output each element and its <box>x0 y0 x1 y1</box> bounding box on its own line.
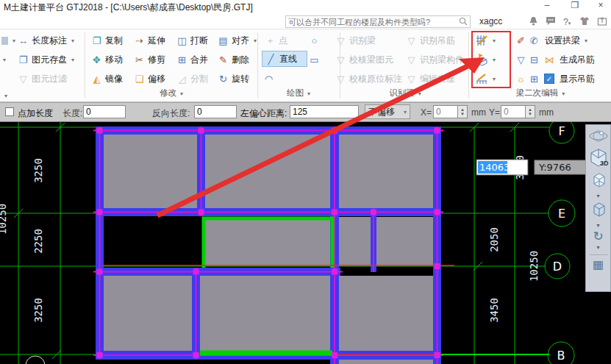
show-hanger-rebar-label[interactable]: 显示吊筋 <box>560 71 595 87</box>
funnel-orange-icon[interactable]: ▽ <box>515 51 526 68</box>
element-filter-icon: ▽ <box>18 74 29 85</box>
point-tool-button[interactable]: +点 <box>265 32 287 49</box>
modify-group-label[interactable]: 修改 ▾ <box>87 88 256 99</box>
element-save-icon: ❐ <box>18 54 29 65</box>
rotate-view-icon[interactable]: ↻ <box>588 230 609 243</box>
merge-button[interactable]: ⊞合并 <box>176 51 208 68</box>
username-label[interactable]: xagcc <box>479 16 502 26</box>
rotate-button[interactable]: ↻旋转 <box>218 71 249 87</box>
drawing-manager-icon[interactable]: ▦ <box>588 259 609 271</box>
clipped-tool-2[interactable]: ▾ <box>1 51 6 68</box>
ribbon-separator <box>257 32 258 99</box>
shirt-icon[interactable] <box>578 16 591 28</box>
box-lines-icon[interactable]: ⊟ <box>529 51 540 68</box>
chevron-down-icon[interactable]: ▾ <box>596 222 599 229</box>
circle-icon: ○ <box>309 35 320 46</box>
close-button[interactable]: × <box>591 0 610 12</box>
x-offset-input[interactable] <box>433 105 458 118</box>
minimize-button[interactable]: – <box>537 0 557 12</box>
chevron-down-icon[interactable]: ▾ <box>596 244 599 251</box>
copy-button[interactable]: ❐复制 <box>91 32 123 49</box>
move-button[interactable]: ✥移动 <box>91 51 123 68</box>
axis-label-d: D <box>553 260 562 274</box>
help-icon[interactable]: ?▾ <box>560 16 574 28</box>
lamp-icon[interactable]: ☼ <box>515 71 526 87</box>
search-input[interactable] <box>286 18 459 26</box>
arch-beam-icon[interactable]: ✆ <box>529 32 540 49</box>
beam-edit-group-label[interactable]: 梁二次编辑 ▾ <box>471 88 610 99</box>
dim-left-3: 3250 <box>32 298 44 323</box>
delete-icon: ✎ <box>218 54 229 65</box>
search-box[interactable] <box>285 15 471 28</box>
trim-button[interactable]: ✂修剪 <box>134 51 165 68</box>
arc-icon: ◠ <box>263 74 274 85</box>
search-icon <box>459 15 468 29</box>
bowtie-icon[interactable]: ⋈ <box>544 51 555 68</box>
svg-text:3D: 3D <box>600 160 609 167</box>
break-button[interactable]: ◫打断 <box>176 32 208 49</box>
wireframe-cube-icon[interactable] <box>588 171 609 191</box>
drawing-canvas[interactable]: F E D B 3250 2250 3250 10250 3250 2050 3… <box>0 122 611 364</box>
identify-beam-component-button[interactable]: ▽识别梁构件 <box>406 51 464 68</box>
notification-bell-icon[interactable] <box>526 16 540 28</box>
coordinate-y-value: Y:9766 <box>538 162 571 173</box>
dim-left-2: 2250 <box>32 229 44 254</box>
length-dimension-button[interactable]: ↔ 长度标注▾ <box>18 32 74 49</box>
line-tool-button[interactable]: ╱直线 <box>262 51 307 67</box>
dim-left-1: 3250 <box>32 158 44 183</box>
reverse-length-label: 反向长度: <box>152 107 190 120</box>
element-save-button[interactable]: ❐ 图元存盘▾ <box>18 51 74 68</box>
set-arch-beam-button[interactable]: 设置拱梁▾ <box>545 32 587 49</box>
x-spinner[interactable]: ▲▼ <box>458 105 468 118</box>
check-insitu-icon: ▽ <box>335 74 346 85</box>
offset-button[interactable]: ❏偏移 <box>134 71 165 87</box>
clipped-group-caret[interactable]: ▾ <box>4 88 7 104</box>
left-offset-input[interactable] <box>290 105 359 118</box>
identify-group-label[interactable]: 识别梁 ▾ <box>343 88 468 99</box>
rotate-icon: ↻ <box>218 74 229 85</box>
message-bubble-icon[interactable] <box>544 16 557 28</box>
delete-button[interactable]: ✎删除 <box>218 51 249 68</box>
view-3d-icon[interactable]: 3D <box>588 148 609 170</box>
axis-label-f: F <box>558 124 565 138</box>
element-filter-button[interactable]: ▽ 图元过滤 <box>18 71 67 87</box>
reverse-length-input[interactable] <box>194 105 237 118</box>
rectangle-icon: ▭ <box>309 54 320 65</box>
length-input[interactable] <box>83 105 126 118</box>
y-offset-input[interactable] <box>501 105 526 118</box>
dim-right-3: 3450 <box>488 298 500 323</box>
circle-tool-button[interactable]: ○ <box>309 32 320 49</box>
y-spinner[interactable]: ▲▼ <box>526 105 535 118</box>
axis-label-e: E <box>558 207 565 221</box>
check-beam-element-button[interactable]: ▽校核梁图元 <box>335 51 393 68</box>
extend-button[interactable]: ⇢延伸 <box>134 32 165 49</box>
grid-box-icon[interactable]: ⊞ <box>529 71 540 87</box>
y-unit-label: mm <box>539 107 554 118</box>
left-offset-label: 左偏心距离: <box>240 107 287 120</box>
window-title: M土建计量平台 GTJ2018 - [C:\Users\郝成喜\Desktop\… <box>4 1 253 14</box>
solid-cube-icon[interactable] <box>588 201 609 221</box>
upload-box-icon[interactable] <box>596 16 609 28</box>
brush-icon[interactable]: ✐ <box>515 32 526 49</box>
clipped-tool-1[interactable]: ▾ <box>1 32 15 49</box>
ribbon-separator <box>468 32 469 99</box>
chevron-down-icon[interactable]: ▾ <box>596 193 599 199</box>
dim-right-total: 10250 <box>528 251 540 282</box>
edit-support-button[interactable]: ▽编辑支座 <box>406 71 455 87</box>
align-button[interactable]: ▤对齐▾ <box>218 32 257 49</box>
identify-hanger-rebar-button[interactable]: ▽识别吊筋 <box>406 32 455 49</box>
generate-hanger-rebar-button[interactable]: 生成吊筋 <box>560 51 595 68</box>
rectangle-tool-button[interactable]: ▭ <box>309 51 320 68</box>
arc-tool-button[interactable]: ◠ <box>263 71 274 87</box>
point-add-length-checkbox[interactable] <box>5 107 14 116</box>
show-hanger-checkbox[interactable]: ✓ <box>544 71 554 87</box>
offset-mode-dropdown[interactable]: 不偏移▾ <box>365 104 410 119</box>
split-button[interactable]: ◿分割 <box>176 71 208 87</box>
mirror-button[interactable]: ◭镜像 <box>91 71 123 87</box>
point-add-length-label: 点加长度 <box>18 107 53 120</box>
restore-button[interactable]: ❐ <box>565 0 585 12</box>
check-insitu-annotation-button[interactable]: ▽校核原位标注 <box>335 71 402 87</box>
identify-beam-button[interactable]: ▽识别梁 <box>335 32 376 49</box>
orbit-view-icon[interactable] <box>588 128 609 146</box>
draw-group-label[interactable]: 绘图 ▾ <box>259 88 338 99</box>
